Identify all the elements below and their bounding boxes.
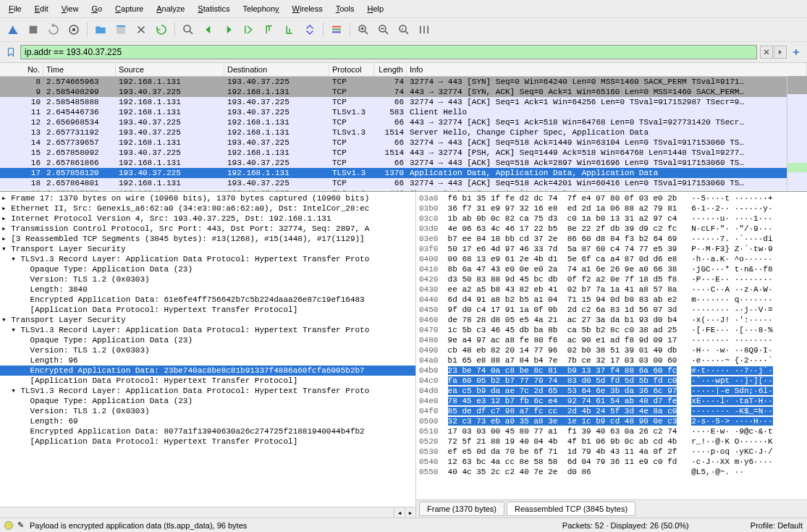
hex-row[interactable]: 0460 de 78 28 d8 05 e5 4a 21 ac 27 3a da… (419, 315, 804, 325)
scroll-right-icon[interactable]: ▸ (405, 507, 415, 518)
menu-statistics[interactable]: Statistics (192, 2, 235, 15)
hex-row[interactable]: 0440 6d d4 91 a8 b2 b5 a1 04 71 15 94 0d… (419, 295, 804, 305)
tree-node[interactable]: Encrypted Application Data: 8077a1f13940… (0, 426, 415, 436)
packet-row[interactable]: 172.657858120193.40.37.225192.168.1.131T… (0, 168, 807, 178)
filter-clear-button[interactable] (760, 46, 773, 59)
go-back-button[interactable] (200, 21, 217, 38)
hex-row[interactable]: 0540 12 63 bc 4a cc 8e 58 58 6d 04 79 36… (419, 457, 804, 467)
tree-node[interactable]: Encrypted Application Data: 61e6fe4ff756… (0, 295, 415, 305)
menu-telephony[interactable]: Telephony (237, 2, 284, 15)
hex-row[interactable]: 04e0 78 45 e3 12 b7 fb 6c e4 92 74 61 54… (419, 396, 804, 406)
hex-row[interactable]: 0470 1c 5b c3 46 45 db ba 8b ca 5b b2 8c… (419, 325, 804, 335)
menu-tools[interactable]: Tools (330, 2, 360, 15)
go-to-packet-button[interactable] (240, 21, 258, 38)
packet-row[interactable]: 182.657864801192.168.1.131193.40.37.225T… (0, 178, 807, 188)
menu-view[interactable]: View (56, 2, 85, 15)
hex-row[interactable]: 0410 8b 6a 47 43 e0 0e e0 2a 74 a1 6e 26… (419, 264, 804, 274)
tree-node[interactable]: Length: 69 (0, 416, 415, 426)
hex-row[interactable]: 03c0 1b ab 0b 0c 82 ca 75 d3 c0 1a b0 13… (419, 214, 804, 224)
stop-capture-button[interactable] (25, 21, 42, 38)
col-proto[interactable]: Protocol (329, 63, 374, 76)
packet-details-pane[interactable]: ▸ Frame 17: 1370 bytes on wire (10960 bi… (0, 192, 416, 518)
hex-row[interactable]: 04b0 23 be 74 0a c8 be 8c 81 b9 13 37 f4… (419, 366, 804, 376)
tree-node[interactable]: ▸ Transmission Control Protocol, Src Por… (0, 224, 415, 234)
tree-node[interactable]: ▸ Internet Protocol Version 4, Src: 193.… (0, 214, 415, 224)
hex-row[interactable]: 04a0 b1 65 e8 88 a7 84 b4 7e 7b ce 32 17… (419, 355, 804, 366)
tree-node[interactable]: ▾ TLSv1.3 Record Layer: Application Data… (0, 325, 415, 335)
zoom-reset-button[interactable]: 1 (395, 21, 413, 38)
hex-row[interactable]: 04c0 fa 60 05 b2 b7 77 70 74 83 d0 5d fd… (419, 376, 804, 386)
menu-go[interactable]: Go (85, 2, 108, 15)
hex-row[interactable]: 0500 32 c3 73 eb a0 35 a8 3e 1e 1c b9 cd… (419, 416, 804, 426)
hex-row[interactable]: 03e0 b7 ee 84 18 bb cd 37 2e 86 60 d8 84… (419, 234, 804, 244)
hex-row[interactable]: 0550 40 4c 35 2c c2 40 7e 2e d0 86 @L5,·… (419, 467, 804, 477)
tree-node[interactable]: ▸ [3 Reassembled TCP Segments (3845 byte… (0, 234, 415, 244)
hex-row[interactable]: 04d0 ea c5 b9 da ae 7c 2d 65 53 64 6e 3b… (419, 386, 804, 396)
hex-row[interactable]: 0520 72 5f 21 88 19 40 04 4b 4f b1 06 9b… (419, 436, 804, 447)
menu-file[interactable]: File (3, 2, 28, 15)
hex-row[interactable]: 0490 cb 48 eb 82 20 14 77 96 02 b0 38 51… (419, 345, 804, 355)
close-file-button[interactable] (132, 21, 150, 38)
hex-row[interactable]: 0430 ee a2 a5 b8 43 82 eb 41 02 b7 7a 1a… (419, 284, 804, 295)
bytes-tab-frame[interactable]: Frame (1370 bytes) (419, 502, 504, 516)
save-file-button[interactable] (112, 21, 130, 38)
tree-node[interactable]: Version: TLS 1.2 (0x0303) (0, 274, 415, 284)
col-dst[interactable]: Destination (224, 63, 329, 76)
capture-comment-icon[interactable]: ✎ (17, 520, 24, 530)
menu-capture[interactable]: Capture (109, 2, 149, 15)
tree-node[interactable]: Encrypted Application Data: 23be740ac8be… (0, 366, 415, 376)
tree-node[interactable]: [Application Data Protocol: Hypertext Tr… (0, 436, 415, 447)
col-len[interactable]: Length (374, 63, 407, 76)
shark-fin-icon[interactable] (4, 21, 22, 38)
hex-row[interactable]: 0420 d3 50 83 88 9d 45 bc db 0f f2 a2 0e… (419, 274, 804, 284)
packet-row[interactable]: 192.850245379192.168.1.131193.40.37.225T… (0, 188, 807, 191)
packet-bytes-pane[interactable]: 03a0 f6 b1 35 1f fe d2 dc 74 7f e4 07 80… (416, 192, 807, 499)
tree-node[interactable]: ▾ TLSv1.3 Record Layer: Application Data… (0, 254, 415, 264)
hex-row[interactable]: 03b0 36 f7 31 e9 97 32 16 e8 ed 2d 1a 06… (419, 203, 804, 214)
bytes-tab-reassembled[interactable]: Reassembled TCP (3845 bytes) (507, 502, 635, 516)
restart-capture-button[interactable] (45, 21, 62, 38)
packet-row[interactable]: 122.656968534193.40.37.225192.168.1.131T… (0, 117, 807, 127)
hex-row[interactable]: 0530 ef e5 0d da 70 be 6f 71 1d 79 4b 43… (419, 447, 804, 457)
hex-row[interactable]: 0450 9f d0 c4 17 91 1a 0f 0b 2d c2 6a 83… (419, 305, 804, 315)
tree-node[interactable]: Length: 96 (0, 355, 415, 366)
tree-node[interactable]: Opaque Type: Application Data (23) (0, 264, 415, 274)
hex-row[interactable]: 04f0 85 de df c7 98 a7 fc cc 2d 4b 24 5f… (419, 406, 804, 416)
tree-node[interactable]: ▾ TLSv1.3 Record Layer: Application Data… (0, 386, 415, 396)
status-profile[interactable]: Profile: Default (751, 521, 803, 530)
hex-row[interactable]: 03d0 4e 06 63 4c 46 17 22 b5 8e 22 2f db… (419, 224, 804, 234)
bookmark-icon[interactable] (4, 46, 17, 59)
tree-node[interactable]: ▾ Transport Layer Security (0, 244, 415, 254)
capture-options-button[interactable] (65, 21, 83, 38)
hex-row[interactable]: 0510 17 03 03 00 45 80 77 a1 f1 39 40 63… (419, 426, 804, 436)
tree-node[interactable]: ▸ Frame 17: 1370 bytes on wire (10960 bi… (0, 193, 415, 203)
scroll-left-icon[interactable]: ◂ (394, 507, 405, 518)
auto-scroll-button[interactable] (301, 21, 318, 38)
hex-row[interactable]: 0480 9e a4 97 ac a8 fe 80 f6 ac 90 e1 ad… (419, 335, 804, 345)
zoom-in-button[interactable] (355, 21, 372, 38)
packet-row[interactable]: 152.657858092193.40.37.225192.168.1.131T… (0, 148, 807, 158)
hex-row[interactable]: 03f0 50 17 e6 4d 97 46 33 7d 5a 87 60 c4… (419, 244, 804, 254)
menu-wireless[interactable]: Wireless (287, 2, 329, 15)
tree-node[interactable]: [Application Data Protocol: Hypertext Tr… (0, 305, 415, 315)
packet-row[interactable]: 142.657739657192.168.1.131193.40.37.225T… (0, 138, 807, 148)
tree-h-scrollbar[interactable]: ◂ ▸ (0, 507, 415, 518)
col-no[interactable]: No. (0, 63, 43, 76)
packet-minimap[interactable] (787, 76, 807, 190)
col-src[interactable]: Source (116, 63, 224, 76)
go-forward-button[interactable] (220, 21, 237, 38)
packet-row[interactable]: 82.574665963192.168.1.131193.40.37.225TC… (0, 77, 807, 87)
tree-node[interactable]: Version: TLS 1.2 (0x0303) (0, 345, 415, 355)
colorize-button[interactable] (328, 21, 345, 38)
tree-node[interactable]: Version: TLS 1.2 (0x0303) (0, 406, 415, 416)
col-time[interactable]: Time (43, 63, 116, 76)
tree-node[interactable]: [Application Data Protocol: Hypertext Tr… (0, 376, 415, 386)
filter-apply-button[interactable] (774, 46, 787, 59)
packet-row[interactable]: 92.585408299193.40.37.225192.168.1.131TC… (0, 87, 807, 97)
expert-info-indicator[interactable] (4, 521, 13, 530)
hex-row[interactable]: 03a0 f6 b1 35 1f fe d2 dc 74 7f e4 07 80… (419, 193, 804, 203)
filter-add-button[interactable] (790, 46, 803, 59)
tree-node[interactable]: Opaque Type: Application Data (23) (0, 335, 415, 345)
display-filter-input[interactable] (20, 45, 757, 59)
reload-button[interactable] (153, 21, 170, 38)
